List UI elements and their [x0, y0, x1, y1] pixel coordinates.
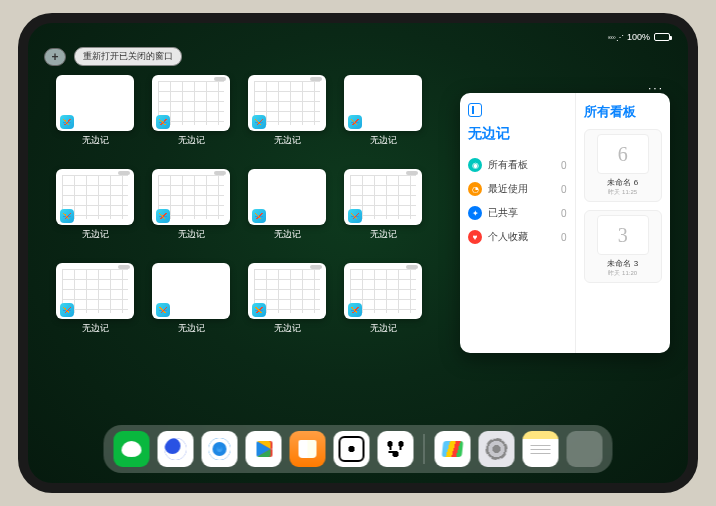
sidebar-item-count: 0: [561, 160, 567, 171]
freeform-app-icon: [348, 303, 362, 317]
dock-app-dots[interactable]: [378, 431, 414, 467]
window-label: 无边记: [274, 134, 301, 147]
dock-app-books[interactable]: [290, 431, 326, 467]
panel-boards: 所有看板 6未命名 6昨天 11:253未命名 3昨天 11:20: [576, 93, 671, 353]
window-thumbnail: [152, 75, 230, 131]
panel-right-title: 所有看板: [584, 103, 663, 121]
sidebar-toggle-icon[interactable]: [468, 103, 482, 117]
top-bar: + 重新打开已关闭的窗口: [44, 47, 182, 66]
window-label: 无边记: [274, 322, 301, 335]
freeform-app-icon: [252, 209, 266, 223]
sidebar-item-count: 0: [561, 232, 567, 243]
category-icon: ✦: [468, 206, 482, 220]
window-card[interactable]: 无边记: [152, 169, 230, 249]
dock-app-browser[interactable]: [202, 431, 238, 467]
freeform-app-icon: [156, 303, 170, 317]
battery-icon: [654, 33, 670, 41]
board-card[interactable]: 6未命名 6昨天 11:25: [584, 129, 663, 202]
sidebar-item-count: 0: [561, 208, 567, 219]
window-card[interactable]: 无边记: [56, 263, 134, 343]
sidebar-item-label: 最近使用: [488, 182, 528, 196]
sidebar-item-label: 所有看板: [488, 158, 528, 172]
board-date: 昨天 11:25: [608, 188, 637, 197]
window-label: 无边记: [178, 322, 205, 335]
app-switcher-grid: 无边记无边记无边记无边记无边记无边记无边记无边记无边记无边记无边记无边记: [56, 75, 422, 343]
more-icon[interactable]: ···: [648, 81, 664, 95]
category-icon: ◔: [468, 182, 482, 196]
ipad-frame: ◦◦◦◦ ⋰ 100% + 重新打开已关闭的窗口 无边记无边记无边记无边记无边记…: [18, 13, 698, 493]
window-label: 无边记: [82, 322, 109, 335]
category-icon: ♥: [468, 230, 482, 244]
dock-app-play[interactable]: [246, 431, 282, 467]
window-thumbnail: [56, 263, 134, 319]
screen: ◦◦◦◦ ⋰ 100% + 重新打开已关闭的窗口 无边记无边记无边记无边记无边记…: [28, 23, 688, 483]
sidebar-item-已共享[interactable]: ✦已共享0: [468, 201, 567, 225]
freeform-app-icon: [60, 303, 74, 317]
panel-title: 无边记: [468, 125, 567, 143]
reopen-closed-window-button[interactable]: 重新打开已关闭的窗口: [74, 47, 182, 66]
board-thumbnail: 6: [597, 134, 649, 174]
window-thumbnail: [344, 263, 422, 319]
window-card[interactable]: 无边记: [56, 75, 134, 155]
freeform-app-icon: [60, 209, 74, 223]
battery-percent: 100%: [627, 32, 650, 42]
sidebar-item-label: 个人收藏: [488, 230, 528, 244]
window-label: 无边记: [82, 228, 109, 241]
window-card[interactable]: 无边记: [56, 169, 134, 249]
dock-app-qqblue[interactable]: [158, 431, 194, 467]
freeform-app-icon: [156, 209, 170, 223]
dock-separator: [424, 434, 425, 464]
freeform-app-icon: [252, 303, 266, 317]
new-window-button[interactable]: +: [44, 48, 66, 66]
window-thumbnail: [152, 169, 230, 225]
window-card[interactable]: 无边记: [152, 263, 230, 343]
window-card[interactable]: 无边记: [248, 75, 326, 155]
board-name: 未命名 6: [607, 177, 638, 188]
window-thumbnail: [248, 263, 326, 319]
dock-app-notes[interactable]: [523, 431, 559, 467]
window-card[interactable]: 无边记: [248, 263, 326, 343]
freeform-app-icon: [252, 115, 266, 129]
window-label: 无边记: [82, 134, 109, 147]
dock-app-dice[interactable]: [334, 431, 370, 467]
window-thumbnail: [344, 169, 422, 225]
wifi-icon: ◦◦◦◦ ⋰: [607, 33, 623, 42]
sidebar-item-所有看板[interactable]: ◉所有看板0: [468, 153, 567, 177]
sidebar-item-最近使用[interactable]: ◔最近使用0: [468, 177, 567, 201]
sidebar-item-个人收藏[interactable]: ♥个人收藏0: [468, 225, 567, 249]
freeform-app-icon: [348, 209, 362, 223]
window-thumbnail: [344, 75, 422, 131]
window-label: 无边记: [370, 134, 397, 147]
window-label: 无边记: [178, 134, 205, 147]
window-card[interactable]: 无边记: [152, 75, 230, 155]
board-date: 昨天 11:20: [608, 269, 637, 278]
window-thumbnail: [248, 169, 326, 225]
status-bar: ◦◦◦◦ ⋰ 100%: [28, 29, 688, 45]
window-card[interactable]: 无边记: [344, 169, 422, 249]
board-card[interactable]: 3未命名 3昨天 11:20: [584, 210, 663, 283]
board-thumbnail: 3: [597, 215, 649, 255]
window-thumbnail: [248, 75, 326, 131]
dock-app-folder[interactable]: [567, 431, 603, 467]
dock: [104, 425, 613, 473]
freeform-app-icon: [156, 115, 170, 129]
freeform-panel: ··· 无边记 ◉所有看板0◔最近使用0✦已共享0♥个人收藏0 所有看板 6未命…: [460, 93, 670, 353]
window-label: 无边记: [370, 228, 397, 241]
window-label: 无边记: [370, 322, 397, 335]
window-card[interactable]: 无边记: [344, 263, 422, 343]
panel-sidebar: 无边记 ◉所有看板0◔最近使用0✦已共享0♥个人收藏0: [460, 93, 576, 353]
window-thumbnail: [152, 263, 230, 319]
dock-app-settings[interactable]: [479, 431, 515, 467]
freeform-app-icon: [60, 115, 74, 129]
sidebar-item-label: 已共享: [488, 206, 518, 220]
window-card[interactable]: 无边记: [248, 169, 326, 249]
sidebar-item-count: 0: [561, 184, 567, 195]
dock-app-freeform[interactable]: [435, 431, 471, 467]
window-label: 无边记: [178, 228, 205, 241]
freeform-app-icon: [348, 115, 362, 129]
window-thumbnail: [56, 75, 134, 131]
category-icon: ◉: [468, 158, 482, 172]
dock-app-wechat[interactable]: [114, 431, 150, 467]
window-thumbnail: [56, 169, 134, 225]
window-card[interactable]: 无边记: [344, 75, 422, 155]
